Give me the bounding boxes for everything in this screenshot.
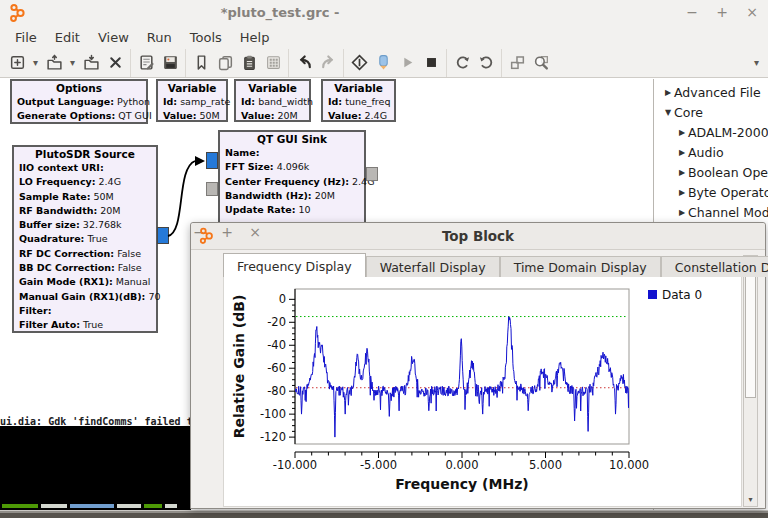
block-param: Bandwidth (Hz): 20M bbox=[220, 189, 364, 203]
paste-button[interactable] bbox=[237, 51, 261, 75]
menu-view[interactable]: View bbox=[89, 28, 138, 47]
screenshot-icon bbox=[162, 54, 179, 71]
open-dropdown-button[interactable]: ▾ bbox=[66, 51, 79, 75]
svg-text:Frequency (MHz): Frequency (MHz) bbox=[395, 476, 528, 492]
undo-button[interactable] bbox=[292, 51, 316, 75]
block-param: Buffer size: 32.768k bbox=[14, 218, 156, 232]
tab-time-domain-display[interactable]: Time Domain Display bbox=[500, 256, 661, 277]
tree-item-label: Audio bbox=[688, 145, 724, 160]
delete-icon bbox=[265, 54, 282, 71]
svg-text:-60: -60 bbox=[267, 361, 286, 375]
svg-text:0: 0 bbox=[279, 292, 286, 306]
block-param: IIO context URI: bbox=[14, 161, 156, 175]
block-options[interactable]: OptionsOutput Language: PythonGenerate O… bbox=[10, 79, 148, 124]
block-param: Center Frequency (Hz): 2.4G bbox=[220, 175, 364, 189]
chevron-down-icon[interactable]: ▼ bbox=[662, 108, 674, 117]
tree-item-boolean-operators[interactable]: ▶Boolean Operators bbox=[654, 162, 768, 182]
copy-button[interactable] bbox=[213, 51, 237, 75]
new-button[interactable] bbox=[5, 51, 29, 75]
terminal-prompt bbox=[2, 504, 177, 508]
toggle-blocks-button[interactable] bbox=[505, 51, 529, 75]
menu-file[interactable]: File bbox=[6, 28, 46, 47]
generate-button[interactable] bbox=[371, 51, 395, 75]
block-param: Quadrature: True bbox=[14, 232, 156, 246]
block-qt-gui-sink[interactable]: QT GUI SinkName: FFT Size: 4.096kCenter … bbox=[218, 130, 366, 225]
block-param: Manual Gain (RX1)(dB): 70 bbox=[14, 290, 156, 304]
delete-button[interactable] bbox=[261, 51, 285, 75]
port-qtgui-msg-in[interactable] bbox=[206, 182, 218, 196]
flowgraph-properties-button[interactable] bbox=[134, 51, 158, 75]
block-param: Filter: bbox=[14, 304, 156, 318]
scroll-down-icon[interactable]: ▾ bbox=[744, 495, 757, 504]
chevron-right-icon[interactable]: ▶ bbox=[676, 168, 688, 177]
tab-waterfall-display[interactable]: Waterfall Display bbox=[366, 256, 500, 277]
find-block-button[interactable] bbox=[529, 51, 553, 75]
kill-button[interactable] bbox=[419, 51, 443, 75]
tree-item-label: Boolean Operators bbox=[688, 165, 768, 180]
menu-run[interactable]: Run bbox=[138, 28, 181, 47]
cut-icon bbox=[193, 54, 210, 71]
menu-edit[interactable]: Edit bbox=[46, 28, 89, 47]
tree-item-adalm-2000[interactable]: ▶ADALM-2000 bbox=[654, 122, 768, 142]
chevron-right-icon[interactable]: ▶ bbox=[676, 188, 688, 197]
top-block-window[interactable]: Top Block −+× Frequency DisplayWaterfall… bbox=[190, 222, 766, 509]
svg-text:-10.000: -10.000 bbox=[273, 458, 317, 472]
close-button[interactable] bbox=[103, 51, 127, 75]
port-qtgui-msg-out[interactable] bbox=[366, 167, 378, 181]
tab-constellation-display[interactable]: Constellation Display bbox=[661, 256, 768, 277]
block-param: Value: 50M bbox=[158, 109, 226, 123]
svg-text:-80: -80 bbox=[267, 384, 286, 398]
tab-frequency-display[interactable]: Frequency Display bbox=[223, 253, 366, 277]
port-pluto-out[interactable] bbox=[157, 227, 169, 244]
vertical-scrollbar[interactable]: ▴ ▾ bbox=[743, 255, 758, 507]
bottom-panel bbox=[0, 510, 768, 518]
chevron-right-icon[interactable]: ▶ bbox=[676, 208, 688, 217]
redo-button[interactable] bbox=[316, 51, 340, 75]
block-variable-band-width[interactable]: VariableId: band_widthValue: 20M bbox=[234, 79, 311, 122]
top-block-titlebar[interactable]: Top Block −+× bbox=[191, 223, 765, 250]
chevron-right-icon[interactable]: ▶ bbox=[676, 148, 688, 157]
tree-item-advanced-file[interactable]: ▶Advanced File bbox=[654, 82, 768, 102]
maximize-button[interactable]: + bbox=[714, 3, 730, 21]
svg-text:10.000: 10.000 bbox=[609, 458, 649, 472]
gnuradio-logo-icon bbox=[8, 3, 27, 26]
tree-item-channel-models[interactable]: ▶Channel Models bbox=[654, 202, 768, 222]
close-button[interactable]: × bbox=[744, 3, 760, 21]
tree-item-audio[interactable]: ▶Audio bbox=[654, 142, 768, 162]
menu-tools[interactable]: Tools bbox=[181, 28, 231, 47]
block-param: RF DC Correction: False bbox=[14, 247, 156, 261]
new-icon bbox=[9, 54, 26, 71]
rotate-cw-button[interactable] bbox=[474, 51, 498, 75]
save-button[interactable] bbox=[79, 51, 103, 75]
cut-button[interactable] bbox=[189, 51, 213, 75]
new-dropdown-button[interactable]: ▾ bbox=[29, 51, 42, 75]
block-variable-tune-freq[interactable]: VariableId: tune_freqValue: 2.4G bbox=[321, 79, 396, 122]
port-qtgui-in[interactable] bbox=[206, 152, 218, 169]
minimize-button[interactable]: − bbox=[684, 3, 700, 21]
validate-button[interactable] bbox=[347, 51, 371, 75]
chevron-right-icon[interactable]: ▶ bbox=[662, 88, 674, 97]
scrollbar-thumb[interactable] bbox=[745, 270, 756, 398]
copy-icon bbox=[217, 54, 234, 71]
execute-button[interactable] bbox=[395, 51, 419, 75]
block-param: Value: 2.4G bbox=[323, 109, 394, 123]
screenshot-button[interactable] bbox=[158, 51, 182, 75]
open-button[interactable] bbox=[42, 51, 66, 75]
block-variable-samp-rate[interactable]: VariableId: samp_rateValue: 50M bbox=[156, 79, 228, 122]
block-param: Id: tune_freq bbox=[323, 95, 394, 109]
block-param: Gain Mode (RX1): Manual bbox=[14, 275, 156, 289]
rotate-ccw-button[interactable] bbox=[450, 51, 474, 75]
block-plutosdr-source[interactable]: PlutoSDR SourceIIO context URI: LO Frequ… bbox=[12, 145, 158, 333]
overflow-button[interactable]: ▾ bbox=[750, 51, 763, 75]
svg-text:-20: -20 bbox=[267, 315, 286, 329]
tree-item-byte-operators[interactable]: ▶Byte Operators bbox=[654, 182, 768, 202]
tree-item-core[interactable]: ▼Core bbox=[654, 102, 768, 122]
frequency-plot[interactable]: 0-20-40-60-80-100-120-10.000-5.0000.0005… bbox=[223, 276, 742, 507]
terminal-window[interactable] bbox=[0, 426, 191, 510]
block-param: Name: bbox=[220, 146, 364, 160]
tree-item-label: Byte Operators bbox=[688, 185, 768, 200]
undo-icon bbox=[296, 54, 313, 71]
save-icon bbox=[83, 54, 100, 71]
chevron-right-icon[interactable]: ▶ bbox=[676, 128, 688, 137]
menu-help[interactable]: Help bbox=[231, 28, 279, 47]
